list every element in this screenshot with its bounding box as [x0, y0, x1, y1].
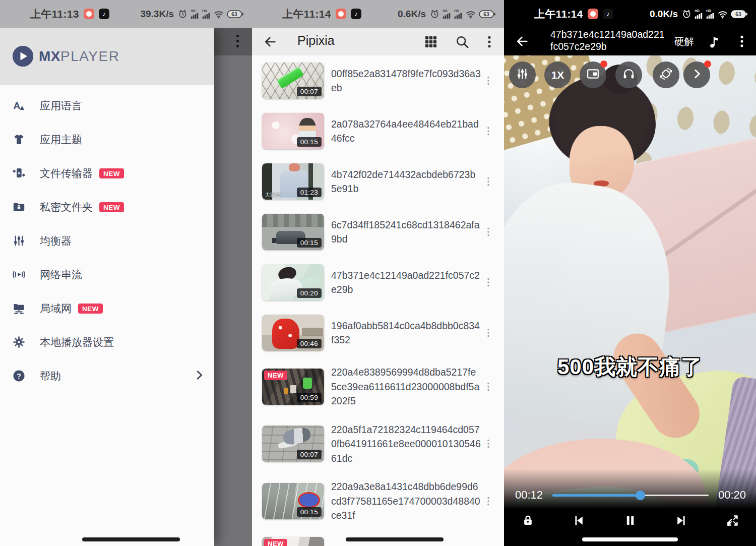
search-icon[interactable]: [455, 35, 469, 49]
status-bar: 上午11:13♪39.3K/sHDHD63: [0, 0, 252, 28]
sidebar-item-7[interactable]: 局域网NEW: [0, 291, 214, 325]
total-time: 00:20: [715, 489, 746, 502]
sidebar-item-8[interactable]: 本地播放器设置: [0, 325, 214, 359]
pip-button[interactable]: [580, 62, 606, 88]
list-item[interactable]: 00:15220a9a3e8a1431c48dbb6de99d6cd3f7758…: [252, 472, 504, 530]
svg-text:A: A: [13, 100, 20, 111]
video-title-line1: 47b371e4c12149a0ad221: [550, 29, 676, 41]
list-item[interactable]: 00:0700ff85e2a831478f9fe7fc093d36a3eb: [252, 55, 504, 106]
equalizer-button[interactable]: [509, 62, 536, 88]
video-thumbnail[interactable]: 00:15: [262, 214, 324, 250]
sidebar-item-6[interactable]: 网络串流: [0, 258, 214, 291]
lock-icon: [521, 514, 535, 529]
overflow-menu-icon[interactable]: [735, 34, 749, 48]
video-thumbnail[interactable]: 00:46: [262, 315, 324, 351]
overflow-menu-icon[interactable]: [236, 35, 239, 47]
back-arrow-icon[interactable]: [515, 34, 529, 48]
list-item[interactable]: NEW00:59220a4e8389569994d8dba5217fe5ce39…: [252, 358, 504, 415]
lan-icon: [12, 301, 26, 315]
item-menu-icon[interactable]: [481, 126, 496, 137]
duration-badge: 00:46: [297, 339, 322, 348]
notification-dot: [704, 60, 711, 68]
expand-more-button[interactable]: [683, 62, 710, 88]
home-indicator[interactable]: [346, 537, 444, 541]
signal-hd-icon: HD: [202, 9, 211, 19]
music-note-icon[interactable]: [707, 34, 722, 49]
home-indicator[interactable]: [582, 537, 678, 541]
list-item[interactable]: 00:152a078a32764a4ee48464eb21bad46fcc: [252, 106, 504, 156]
file-name: 196af0abb5814c0ca4b8dbb0c834f352: [331, 319, 481, 347]
speed-label: 1X: [551, 69, 564, 81]
signal-hd-icon: HD: [191, 9, 199, 19]
video-thumbnail[interactable]: 00:15: [262, 113, 324, 149]
svg-text:?: ?: [17, 372, 21, 380]
svg-text:HD: HD: [191, 9, 196, 13]
video-file-list: 00:0700ff85e2a831478f9fe7fc093d36a3eb00:…: [252, 55, 504, 546]
help-icon: ?: [12, 369, 26, 383]
clock-time: 上午11:13: [30, 7, 79, 21]
item-menu-icon[interactable]: [481, 496, 496, 507]
pause-button[interactable]: [621, 513, 639, 530]
item-menu-icon[interactable]: [481, 226, 496, 237]
fullscreen-button[interactable]: [724, 513, 741, 530]
item-menu-icon[interactable]: [481, 75, 496, 86]
sidebar-item-label: 应用主题: [40, 133, 82, 147]
tiktok-app-icon: ♪: [603, 9, 613, 19]
sidebar-item-1[interactable]: A应用语言: [0, 89, 214, 123]
video-thumbnail[interactable]: NEW: [262, 537, 324, 546]
video-thumbnail[interactable]: 00:15: [262, 483, 324, 519]
sidebar-item-2[interactable]: 应用主题: [0, 123, 214, 156]
battery-icon: 63: [479, 9, 496, 19]
fullscreen-icon: [726, 514, 739, 529]
video-thumbnail[interactable]: NEW00:59: [262, 369, 324, 405]
file-name: 6c7d34ff185241c68cd1318462afa9bd: [331, 218, 481, 247]
video-thumbnail[interactable]: 00:07: [262, 426, 324, 462]
item-menu-icon[interactable]: [481, 438, 496, 449]
seek-thumb[interactable]: [636, 491, 645, 500]
rotate-screen-button[interactable]: [653, 62, 679, 88]
list-item[interactable]: 大家好01:234b742f02de714432acbdeb6723b5e91b: [252, 156, 504, 207]
video-thumbnail[interactable]: 00:20: [262, 264, 324, 300]
list-item[interactable]: 00:07220a5f1a72182324c119464cd0570fb6419…: [252, 415, 504, 473]
home-indicator[interactable]: [82, 537, 180, 541]
previous-button[interactable]: [571, 513, 588, 530]
headphones-button[interactable]: [615, 62, 642, 88]
svg-text:63: 63: [483, 11, 489, 17]
new-badge: NEW: [264, 539, 287, 546]
translate-icon: A: [12, 99, 26, 112]
video-thumbnail[interactable]: 00:07: [262, 63, 324, 99]
overflow-menu-icon[interactable]: [482, 35, 496, 49]
back-arrow-icon[interactable]: [263, 35, 277, 49]
screen: 上午11:13♪39.3K/sHDHD63 MXPLAYER A应用语言应用主题…: [0, 0, 756, 546]
sidebar-item-3[interactable]: 文件传输器NEW: [0, 156, 214, 190]
next-button[interactable]: [673, 513, 690, 530]
item-menu-icon[interactable]: [481, 176, 496, 187]
file-name: 4b742f02de714432acbdeb6723b5e91b: [331, 167, 481, 196]
signal-hd-icon: HD: [443, 9, 451, 19]
video-thumbnail[interactable]: 大家好01:23: [262, 163, 324, 200]
playback-speed-button[interactable]: 1X: [544, 62, 571, 88]
player-bottom-controls: [504, 506, 756, 536]
video-frame[interactable]: [504, 55, 756, 524]
signal-hd-icon: HD: [695, 9, 703, 19]
list-item[interactable]: 00:156c7d34ff185241c68cd1318462afa9bd: [252, 207, 504, 257]
item-menu-icon[interactable]: [481, 381, 496, 392]
status-bar: 上午11:14♪0.6K/sHDHD63: [252, 0, 504, 28]
svg-text:HD: HD: [706, 9, 711, 13]
navigation-drawer: MXPLAYER A应用语言应用主题文件传输器NEW私密文件夹NEW均衡器网络串…: [0, 28, 214, 546]
grid-view-icon[interactable]: [424, 35, 438, 49]
sidebar-item-label: 帮助: [40, 369, 61, 383]
lock-button[interactable]: [519, 513, 536, 530]
sidebar-item-5[interactable]: 均衡器: [0, 224, 214, 258]
list-item[interactable]: 00:46196af0abb5814c0ca4b8dbb0c834f352: [252, 308, 504, 358]
tiktok-app-icon: ♪: [351, 9, 361, 19]
hw-decoder-button[interactable]: 硬解: [674, 35, 694, 48]
file-name: 2a078a32764a4ee48464eb21bad46fcc: [331, 117, 481, 146]
item-menu-icon[interactable]: [481, 327, 496, 338]
seek-bar[interactable]: [552, 490, 709, 500]
sidebar-item-9[interactable]: ?帮助: [0, 359, 214, 393]
item-menu-icon[interactable]: [481, 277, 496, 288]
list-item[interactable]: 00:2047b371e4c12149a0ad221fc057c2e29b: [252, 257, 504, 308]
wifi-icon: [718, 9, 728, 19]
sidebar-item-4[interactable]: 私密文件夹NEW: [0, 190, 214, 224]
